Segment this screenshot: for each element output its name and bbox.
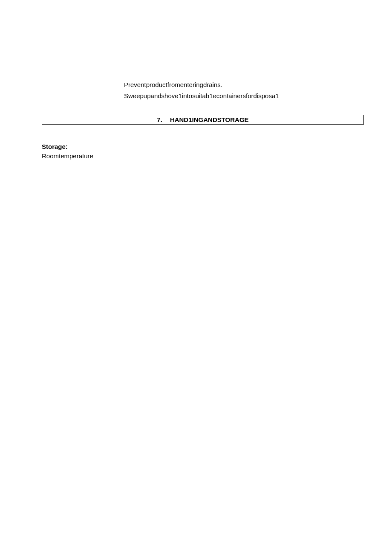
storage-value: Roomtemperature bbox=[42, 152, 364, 160]
body-line-2: Sweepupandshove1intosuitab1econtainersfo… bbox=[124, 90, 364, 102]
storage-label: Storage: bbox=[42, 143, 364, 150]
section-number: 7. bbox=[157, 116, 170, 123]
section-title: HAND1INGANDSTORAGE bbox=[170, 116, 249, 123]
storage-block: Storage: Roomtemperature bbox=[42, 143, 364, 160]
document-content: Preventproductfromenteringdrains. Sweepu… bbox=[42, 79, 364, 160]
body-line-1: Preventproductfromenteringdrains. bbox=[124, 79, 364, 90]
section-header: 7.HAND1INGANDSTORAGE bbox=[42, 115, 364, 125]
